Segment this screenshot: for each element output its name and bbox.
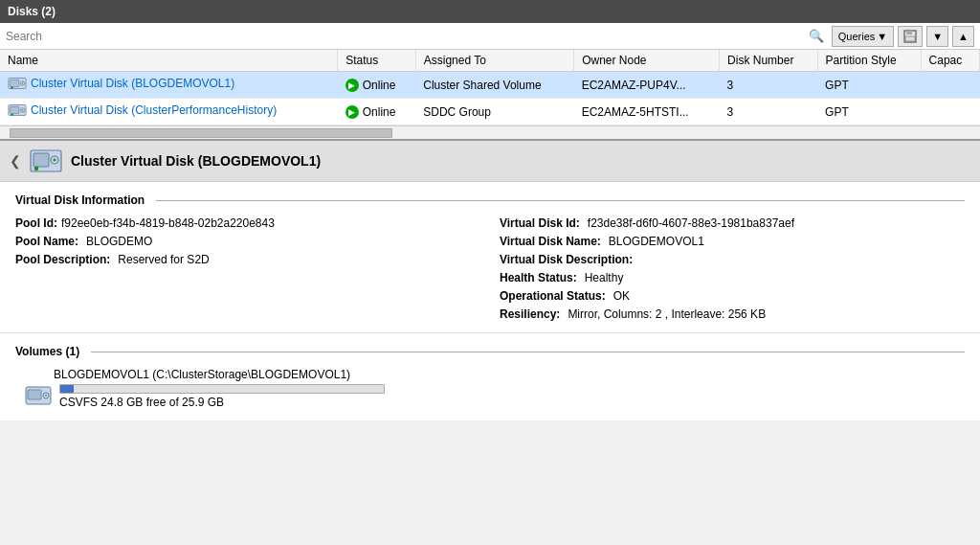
vdisk-desc-row: Virtual Disk Description: xyxy=(500,253,965,266)
row2-partition-style: GPT xyxy=(817,99,921,125)
col-owner-node: Owner Node xyxy=(574,50,720,72)
table-row[interactable]: Cluster Virtual Disk (ClusterPerformance… xyxy=(0,99,980,125)
svg-rect-2 xyxy=(905,36,915,41)
row2-owner-node: EC2AMAZ-5HTSTI... xyxy=(574,99,720,125)
detail-disk-icon xyxy=(29,147,63,175)
volumes-section: Volumes (1) BLOGDEMOVOL1 (C:\ClusterStor… xyxy=(0,332,980,420)
save-button[interactable] xyxy=(898,26,923,47)
col-disk-number: Disk Number xyxy=(720,50,817,72)
disk-table: Name Status Assigned To Owner Node Disk … xyxy=(0,50,980,125)
expand-button[interactable]: ▲ xyxy=(952,26,974,47)
virtual-disk-section-header: Virtual Disk Information xyxy=(15,193,965,207)
volume-item: BLOGDEMOVOL1 (C:\ClusterStorage\BLOGDEMO… xyxy=(25,368,965,409)
table-row[interactable]: Cluster Virtual Disk (BLOGDEMOVOL1) ▶ On… xyxy=(0,72,980,99)
save-icon xyxy=(903,30,917,43)
col-capacity: Capac xyxy=(921,50,979,72)
info-left: Pool Id: f92ee0eb-f34b-4819-b848-02b2a22… xyxy=(15,216,480,321)
svg-point-16 xyxy=(54,159,56,162)
detail-title: Cluster Virtual Disk (BLOGDEMOVOL1) xyxy=(71,153,321,169)
pool-id-row: Pool Id: f92ee0eb-f34b-4819-b848-02b2a22… xyxy=(15,216,480,230)
row2-assigned-to: SDDC Group xyxy=(415,99,573,125)
info-grid: Pool Id: f92ee0eb-f34b-4819-b848-02b2a22… xyxy=(15,216,965,321)
volume-disk-icon xyxy=(25,385,52,408)
col-partition-style: Partition Style xyxy=(817,50,921,72)
pool-desc-row: Pool Description: Reserved for S2D xyxy=(15,253,480,266)
virtual-disk-info: Virtual Disk Information Pool Id: f92ee0… xyxy=(0,182,980,332)
volume-bar-container: CSVFS 24.8 GB free of 25.9 GB xyxy=(59,384,965,409)
svg-rect-19 xyxy=(28,390,41,399)
disk-icon xyxy=(8,102,27,118)
volumes-section-header: Volumes (1) xyxy=(15,345,965,358)
online-indicator: ▶ xyxy=(345,105,359,119)
table-header-row: Name Status Assigned To Owner Node Disk … xyxy=(0,50,980,72)
volume-bar-fill xyxy=(60,385,74,393)
svg-point-17 xyxy=(34,167,38,170)
row2-name: Cluster Virtual Disk (ClusterPerformance… xyxy=(0,99,338,125)
svg-point-6 xyxy=(22,82,23,83)
col-name: Name xyxy=(0,50,338,72)
search-input[interactable] xyxy=(6,30,801,43)
title-bar: Disks (2) xyxy=(0,0,980,23)
detail-header: ❮ Cluster Virtual Disk (BLOGDEMOVOL1) xyxy=(0,141,980,182)
online-indicator: ▶ xyxy=(345,79,359,92)
pool-name-row: Pool Name: BLOGDEMO xyxy=(15,235,480,248)
detail-panel: ❮ Cluster Virtual Disk (BLOGDEMOVOL1) Vi… xyxy=(0,141,980,545)
scroll-thumb[interactable] xyxy=(10,128,392,138)
row1-name: Cluster Virtual Disk (BLOGDEMOVOL1) xyxy=(0,72,338,99)
row1-owner-node: EC2AMAZ-PUP4V... xyxy=(574,72,720,99)
row2-capacity xyxy=(921,99,979,125)
horizontal-scrollbar[interactable] xyxy=(0,125,980,139)
volume-info: CSVFS 24.8 GB free of 25.9 GB xyxy=(59,396,965,409)
row1-partition-style: GPT xyxy=(817,72,921,99)
svg-rect-4 xyxy=(11,79,19,86)
resiliency-row: Resiliency: Mirror, Columns: 2 , Interle… xyxy=(500,307,965,321)
col-status: Status xyxy=(338,50,416,72)
chevron-down-button[interactable]: ▼ xyxy=(926,26,948,47)
volume-name: BLOGDEMOVOL1 (C:\ClusterStorage\BLOGDEMO… xyxy=(54,368,965,381)
row1-capacity xyxy=(921,72,979,99)
row1-disk-number: 3 xyxy=(720,72,817,99)
row1-assigned-to: Cluster Shared Volume xyxy=(415,72,573,99)
vdisk-name-row: Virtual Disk Name: BLOGDEMOVOL1 xyxy=(500,235,965,248)
svg-point-21 xyxy=(45,395,47,397)
row2-disk-number: 3 xyxy=(720,99,817,125)
search-bar: 🔍 Queries ▼ ▼ ▲ xyxy=(0,23,980,50)
title-bar-label: Disks (2) xyxy=(8,5,56,18)
collapse-chevron[interactable]: ❮ xyxy=(10,153,21,169)
svg-rect-14 xyxy=(33,153,49,167)
svg-rect-9 xyxy=(11,106,19,113)
svg-point-7 xyxy=(11,87,13,89)
row2-status: ▶ Online xyxy=(338,99,416,125)
health-status-row: Health Status: Healthy xyxy=(500,271,965,284)
svg-point-12 xyxy=(11,114,13,116)
info-right: Virtual Disk Id: f23de38f-d6f0-4607-88e3… xyxy=(500,216,965,321)
svg-point-11 xyxy=(22,109,23,110)
volume-row: CSVFS 24.8 GB free of 25.9 GB xyxy=(25,384,965,409)
operational-status-row: Operational Status: OK xyxy=(500,289,965,303)
disk-icon xyxy=(8,76,27,91)
row1-status: ▶ Online xyxy=(338,72,416,99)
volume-bar xyxy=(59,384,385,394)
svg-rect-1 xyxy=(906,31,912,34)
col-assigned-to: Assigned To xyxy=(415,50,573,72)
search-icon[interactable]: 🔍 xyxy=(805,27,828,45)
queries-dropdown-arrow: ▼ xyxy=(877,31,887,42)
disk-table-panel: Name Status Assigned To Owner Node Disk … xyxy=(0,50,980,141)
vdisk-id-row: Virtual Disk Id: f23de38f-d6f0-4607-88e3… xyxy=(500,216,965,230)
queries-button[interactable]: Queries ▼ xyxy=(832,26,894,47)
